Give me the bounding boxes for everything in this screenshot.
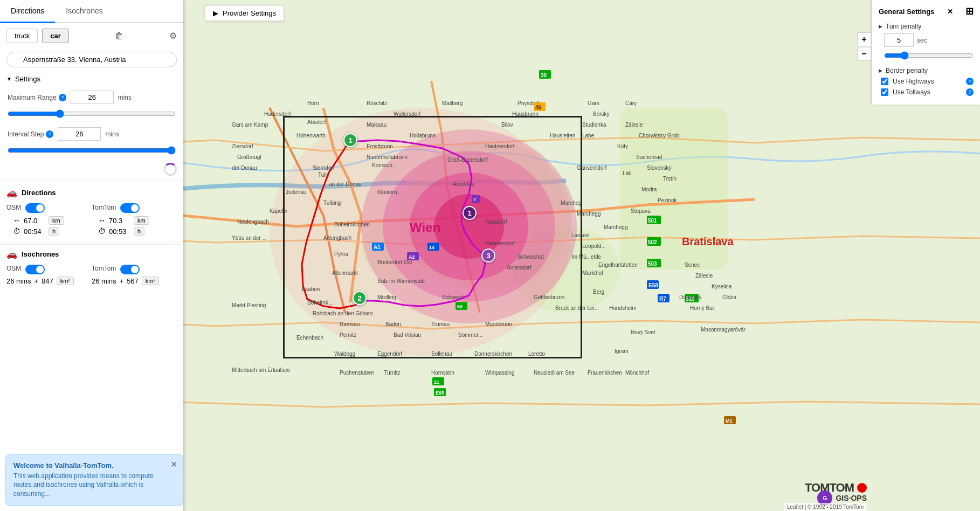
svg-text:der Donau: der Donau xyxy=(232,165,257,171)
search-input[interactable] xyxy=(6,52,177,67)
svg-text:Klostern...: Klostern... xyxy=(377,189,402,195)
settings-header[interactable]: Settings xyxy=(0,71,183,87)
tab-isochrones[interactable]: Isochrones xyxy=(55,0,113,23)
divider-1 xyxy=(0,180,183,181)
interval-slider[interactable] xyxy=(8,146,176,155)
svg-text:Tulln: Tulln xyxy=(318,172,329,178)
iso-tomtom-toggle[interactable] xyxy=(120,265,140,274)
time-icon: ⏱ xyxy=(13,227,20,236)
osm-toggle[interactable] xyxy=(25,203,45,213)
interval-input[interactable] xyxy=(58,127,101,141)
svg-text:Mosonmagyaróvár: Mosonmagyaróvár xyxy=(701,327,746,333)
svg-text:Im Mü...elde: Im Mü...elde xyxy=(571,254,601,260)
svg-text:Studienka: Studienka xyxy=(582,122,606,128)
welcome-text: This web application provides means to c… xyxy=(13,472,165,499)
iso-tomtom-plus-icon: + xyxy=(120,277,124,285)
iso-osm-detail: 26 mins + 847 km² xyxy=(6,277,92,285)
svg-text:Altlengbach: Altlengbach xyxy=(323,235,351,241)
max-range-row: Maximum Range ? mins xyxy=(0,87,183,107)
marker-1-start[interactable]: 1 xyxy=(343,133,357,147)
svg-text:Niederhollabrunn: Niederhollabrunn xyxy=(367,154,408,160)
turn-penalty-input[interactable] xyxy=(884,33,914,47)
svg-text:Böheimk...: Böheimk... xyxy=(307,300,333,306)
use-highways-checkbox[interactable] xyxy=(881,78,888,85)
svg-text:Markt Piesting: Markt Piesting xyxy=(232,302,266,308)
svg-text:Igram: Igram xyxy=(615,348,629,354)
max-range-info[interactable]: ? xyxy=(59,94,66,101)
marker-3-tomtom[interactable]: 3 xyxy=(481,248,495,263)
tollways-info-icon[interactable]: ? xyxy=(966,88,974,96)
svg-text:Altenmarkt: Altenmarkt xyxy=(332,270,358,276)
right-panel: General Settings ✕ ⊞ Turn penalty sec + … xyxy=(872,0,980,105)
vehicle-truck-btn[interactable]: truck xyxy=(6,29,38,43)
svg-rect-56 xyxy=(658,294,670,302)
isochrones-section-header: 🚗 Isochrones xyxy=(0,244,183,263)
svg-text:Hautzendorf: Hautzendorf xyxy=(485,143,515,149)
welcome-close-btn[interactable]: ✕ xyxy=(170,459,177,469)
svg-text:Anlersdorf: Anlersdorf xyxy=(507,265,532,271)
svg-text:Moosbrunn: Moosbrunn xyxy=(485,321,512,327)
svg-text:30: 30 xyxy=(541,72,547,78)
delete-btn[interactable]: 🗑 xyxy=(115,31,123,41)
svg-point-5 xyxy=(361,129,577,323)
iso-osm-toggle[interactable] xyxy=(25,265,45,274)
svg-text:Gars am Kamp: Gars am Kamp xyxy=(232,122,268,128)
svg-text:Poysdorf: Poysdorf xyxy=(517,100,539,106)
loading-spinner xyxy=(164,163,177,176)
svg-point-7 xyxy=(410,172,528,280)
svg-text:Hadersdorf: Hadersdorf xyxy=(264,111,291,117)
svg-text:A1: A1 xyxy=(374,244,381,250)
iso-tomtom-mins: 26 mins xyxy=(92,277,116,285)
provider-arrow-icon: ▶ xyxy=(213,9,218,17)
svg-text:R7: R7 xyxy=(659,296,666,302)
osm-distance-row: ↔ 67.0 km xyxy=(6,215,92,226)
use-tollways-checkbox[interactable] xyxy=(881,88,888,96)
svg-text:Röschitz: Röschitz xyxy=(367,100,387,106)
settings-btn[interactable]: ⚙ xyxy=(169,31,177,41)
tab-directions[interactable]: Directions xyxy=(0,0,55,23)
iso-osm-name: OSM xyxy=(6,265,21,272)
svg-text:Mailberg: Mailberg xyxy=(442,100,463,106)
turn-penalty-header[interactable]: Turn penalty xyxy=(879,23,974,30)
isochrones-icon: 🚗 xyxy=(6,249,17,259)
provider-settings-bar[interactable]: ▶ Provider Settings xyxy=(205,5,284,21)
svg-text:Kyselica: Kyselica xyxy=(712,284,732,289)
border-penalty-header[interactable]: Border penalty xyxy=(879,67,974,74)
marker-1-tomtom[interactable]: 1 xyxy=(463,206,477,220)
layers-icon[interactable]: ⊞ xyxy=(965,5,974,17)
svg-text:Sommer...: Sommer... xyxy=(458,332,483,338)
svg-text:Marcheg: Marcheg xyxy=(561,200,582,206)
svg-text:Absdorf: Absdorf xyxy=(307,119,326,125)
svg-rect-50 xyxy=(647,237,661,246)
close-settings-icon[interactable]: ✕ xyxy=(947,8,953,16)
tomtom-distance-icon: ↔ xyxy=(98,216,106,225)
svg-text:Hornstein: Hornstein xyxy=(431,370,454,376)
max-range-input[interactable] xyxy=(71,91,114,104)
svg-text:Marchegg: Marchegg xyxy=(577,211,601,217)
zoom-out-btn[interactable]: − xyxy=(857,47,871,61)
tomtom-toggle[interactable] xyxy=(120,203,140,213)
svg-text:Hausleiten: Hausleiten xyxy=(550,133,575,139)
svg-text:Loretto: Loretto xyxy=(528,351,546,357)
vehicle-car-btn[interactable]: car xyxy=(42,29,69,43)
general-settings-title: General Settings xyxy=(879,8,934,16)
max-range-slider[interactable] xyxy=(8,109,176,118)
svg-text:7: 7 xyxy=(473,197,476,202)
use-tollways-row: Use Tollways ? xyxy=(879,88,974,96)
zoom-in-btn[interactable]: + xyxy=(857,32,871,46)
highways-info-icon[interactable]: ? xyxy=(966,78,974,85)
turn-penalty-slider-row xyxy=(879,51,974,61)
svg-text:Aderklaa: Aderklaa xyxy=(453,181,474,187)
interval-info[interactable]: ? xyxy=(46,130,53,138)
iso-metrics: OSM 26 mins + 847 km² TomTom 26 mins + xyxy=(0,263,183,287)
vehicle-row: truck car 🗑 ⚙ xyxy=(0,23,183,49)
right-panel-header: General Settings ✕ ⊞ xyxy=(879,5,974,17)
tomtom-time: 00:53 xyxy=(109,227,130,236)
isochrones-label: Isochrones xyxy=(22,250,59,258)
marker-2-end[interactable]: 2 xyxy=(353,291,367,305)
svg-text:Nový Svet: Nový Svet xyxy=(631,329,655,335)
use-tollways-label: Use Tollways xyxy=(893,88,962,96)
iso-osm-mins: 26 mins xyxy=(6,277,31,285)
turn-penalty-slider[interactable] xyxy=(884,51,974,60)
svg-text:Bad Vöslau: Bad Vöslau xyxy=(394,332,421,338)
